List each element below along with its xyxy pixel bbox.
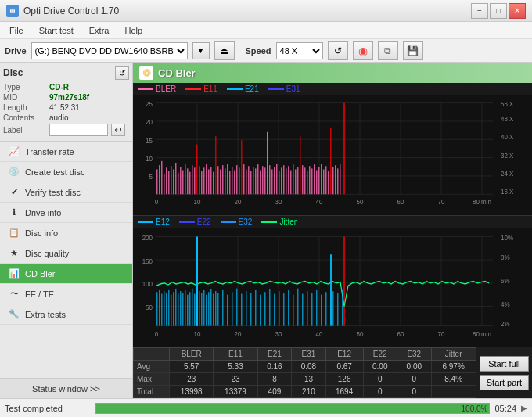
max-e11: 23 <box>214 373 257 386</box>
col-header-jitter: Jitter <box>431 348 476 361</box>
svg-rect-143 <box>168 289 170 325</box>
status-window-button[interactable]: Status window >> <box>0 378 132 398</box>
svg-rect-79 <box>281 167 282 194</box>
svg-rect-54 <box>222 165 224 194</box>
drive-bar: Drive (G:) BENQ DVD DD DW1640 BSRB ▼ ⏏ S… <box>0 39 532 63</box>
save-button[interactable]: 💾 <box>403 41 423 60</box>
svg-text:60: 60 <box>397 329 404 338</box>
eject-button[interactable]: ⏏ <box>214 41 235 60</box>
menu-start-test[interactable]: Start test <box>33 24 80 37</box>
e21-color <box>227 88 243 90</box>
svg-text:20: 20 <box>235 329 242 338</box>
svg-text:48 X: 48 X <box>501 116 514 123</box>
status-window-label: Status window >> <box>32 384 100 394</box>
svg-rect-56 <box>227 164 228 194</box>
svg-rect-27 <box>159 165 160 194</box>
avg-label: Avg <box>134 361 170 373</box>
svg-rect-184 <box>311 293 313 325</box>
create-test-disc-icon: 💿 <box>8 166 20 178</box>
minimize-button[interactable]: − <box>471 3 488 19</box>
svg-rect-42 <box>194 167 196 194</box>
svg-text:15: 15 <box>146 137 153 144</box>
bler-bars <box>156 128 341 194</box>
disc-label-input[interactable] <box>49 124 108 136</box>
svg-rect-94 <box>316 171 318 195</box>
nav-transfer-rate[interactable]: 📈 Transfer rate <box>0 142 132 162</box>
disc-label-label: Label <box>3 126 46 135</box>
top-chart: BLER E11 E21 E31 <box>133 83 532 215</box>
svg-rect-35 <box>178 173 179 195</box>
speed-refresh-button[interactable]: ↺ <box>328 41 348 60</box>
svg-rect-152 <box>189 292 191 325</box>
svg-rect-95 <box>318 167 320 194</box>
menu-file[interactable]: File <box>3 24 30 37</box>
drive-refresh-button[interactable]: ▼ <box>192 42 210 59</box>
disc-label-icon-button[interactable]: 🏷 <box>111 124 125 136</box>
svg-text:30: 30 <box>275 329 282 338</box>
svg-rect-185 <box>316 289 318 325</box>
svg-rect-166 <box>227 294 228 325</box>
total-e11: 13379 <box>214 386 257 398</box>
max-e32: 0 <box>397 373 432 386</box>
nav-disc-quality[interactable]: ★ Disc quality <box>0 243 132 264</box>
menu-help[interactable]: Help <box>118 24 149 37</box>
svg-rect-153 <box>192 288 193 325</box>
close-button[interactable]: ✕ <box>509 3 526 19</box>
svg-rect-97 <box>323 169 325 194</box>
legend-jitter: Jitter <box>261 217 297 226</box>
legend-e12: E12 <box>138 217 170 226</box>
nav-create-test-disc[interactable]: 💿 Create test disc <box>0 162 132 182</box>
total-e32: 0 <box>397 386 432 398</box>
svg-rect-148 <box>180 291 182 326</box>
menu-extra[interactable]: Extra <box>83 24 116 37</box>
disc-refresh-button[interactable]: ↺ <box>115 66 129 80</box>
nav-verify-test-disc[interactable]: ✔ Verify test disc <box>0 182 132 203</box>
disc-contents-row: Contents audio <box>3 113 129 122</box>
svg-rect-140 <box>161 293 163 325</box>
copy-button[interactable]: ⧉ <box>378 41 398 60</box>
svg-text:70: 70 <box>438 329 445 338</box>
disc-type-label: Type <box>3 83 46 92</box>
status-time: 05:24 <box>494 404 516 413</box>
action-buttons: Start full Start part <box>476 347 532 398</box>
nav-disc-info[interactable]: 📋 Disc info <box>0 223 132 243</box>
nav-disc-info-label: Disc info <box>25 228 58 238</box>
svg-text:6%: 6% <box>501 276 510 285</box>
svg-rect-38 <box>185 164 186 194</box>
legend-e11: E11 <box>185 84 217 93</box>
svg-rect-41 <box>192 165 193 194</box>
disc-length-row: Length 41:52.31 <box>3 103 129 112</box>
svg-rect-139 <box>159 289 160 325</box>
svg-rect-63 <box>243 164 245 194</box>
maximize-button[interactable]: □ <box>490 3 507 19</box>
nav-cd-bler[interactable]: 📊 CD Bler <box>0 264 132 284</box>
nav-drive-info-label: Drive info <box>25 208 61 217</box>
title-bar-left: ⊕ Opti Drive Control 1.70 <box>6 5 119 17</box>
disc-mid-row: MID 97m27s18f <box>3 93 129 102</box>
max-e12: 126 <box>325 373 363 386</box>
drive-select[interactable]: (G:) BENQ DVD DD DW1640 BSRB <box>31 42 188 59</box>
svg-rect-145 <box>173 292 174 325</box>
svg-rect-83 <box>290 171 292 195</box>
svg-rect-158 <box>203 289 205 325</box>
svg-rect-138 <box>156 292 158 325</box>
e31-label: E31 <box>286 84 300 93</box>
nav-extra-tests[interactable]: 🔧 Extra tests <box>0 304 132 325</box>
svg-rect-102 <box>335 165 336 194</box>
start-full-button[interactable]: Start full <box>480 356 529 372</box>
nav-drive-info[interactable]: ℹ Drive info <box>0 203 132 223</box>
svg-rect-44 <box>199 166 200 194</box>
svg-rect-173 <box>260 294 261 325</box>
sidebar: Disc ↺ Type CD-R MID 97m27s18f Length 41… <box>0 63 133 398</box>
svg-text:0: 0 <box>155 199 159 206</box>
erase-button[interactable]: ◉ <box>353 41 373 60</box>
svg-rect-52 <box>217 166 219 194</box>
svg-rect-60 <box>236 165 238 194</box>
svg-rect-177 <box>279 291 280 326</box>
start-part-button[interactable]: Start part <box>480 375 529 390</box>
e12-label: E12 <box>156 217 170 226</box>
nav-fe-te[interactable]: 〜 FE / TE <box>0 284 132 304</box>
speed-select[interactable]: 48 X <box>276 42 323 59</box>
svg-text:80 min: 80 min <box>473 199 491 206</box>
chart-header-icon: 📀 <box>139 66 153 80</box>
